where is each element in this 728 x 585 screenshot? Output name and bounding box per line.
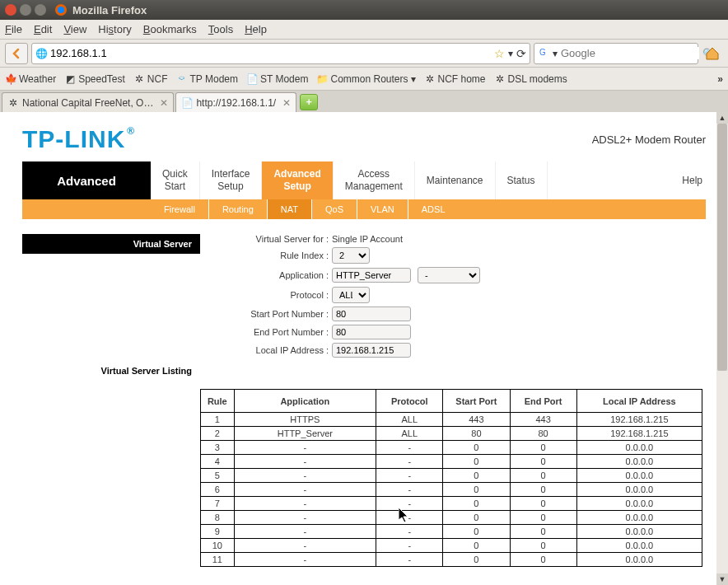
bookmark-ncf[interactable]: ✲NCF (133, 73, 168, 85)
select-application-preset[interactable]: - (418, 267, 480, 283)
select-rule-index[interactable]: 2 (332, 247, 370, 264)
menu-file[interactable]: File (5, 23, 22, 35)
main-tab-access[interactable]: AccessManagement (334, 161, 415, 199)
main-tab-advanced[interactable]: AdvancedSetup (262, 161, 333, 199)
new-tab-button[interactable]: + (300, 94, 318, 110)
bookmarks-overflow[interactable]: » (717, 73, 723, 85)
main-tab-maintenance[interactable]: Maintenance (415, 161, 496, 199)
firefox-icon (54, 3, 68, 16)
bookmarks-toolbar: 🍁Weather ◩SpeedTest ✲NCF ⌔TP Modem 📄ST M… (0, 68, 728, 91)
table-cell: 0 (443, 525, 510, 539)
window-minimize-button[interactable] (20, 4, 31, 16)
window-maximize-button[interactable] (35, 4, 46, 16)
label-start-port: Start Port Number : (208, 309, 332, 319)
sub-tab-nat[interactable]: NAT (268, 199, 312, 219)
table-cell: 0 (510, 539, 576, 553)
main-tab-help[interactable]: Help (670, 161, 706, 199)
table-cell: 2 (201, 427, 235, 441)
url-bar[interactable]: 🌐 ☆ ▾ ⟳ (31, 43, 530, 64)
table-cell: 1 (201, 413, 235, 427)
table-cell: 0 (443, 553, 510, 567)
search-dropdown-icon[interactable]: ▾ (553, 48, 558, 59)
folder-icon: 📁 (316, 73, 328, 85)
table-cell: 0 (443, 469, 510, 483)
menu-history[interactable]: History (98, 23, 131, 35)
menu-help[interactable]: Help (245, 23, 267, 35)
close-icon[interactable]: ✕ (160, 97, 168, 109)
home-button[interactable] (702, 43, 723, 64)
table-cell: 7 (201, 497, 235, 511)
scroll-thumb[interactable] (717, 124, 727, 371)
reload-icon[interactable]: ⟳ (516, 47, 526, 60)
close-icon[interactable]: ✕ (282, 97, 291, 109)
label-protocol: Protocol : (208, 290, 332, 300)
tab-router[interactable]: 📄 http://192.168.1.1/ ✕ (175, 92, 296, 112)
svg-point-1 (58, 7, 64, 13)
main-tab-quick[interactable]: QuickStart (151, 161, 200, 199)
input-start-port[interactable] (332, 307, 411, 321)
search-input[interactable] (561, 47, 699, 59)
label-local-ip: Local IP Address : (208, 345, 332, 355)
table-row: 7--000.0.0.0 (201, 497, 702, 511)
select-protocol[interactable]: ALL (332, 287, 370, 303)
sub-tab-firewall[interactable]: Firewall (151, 199, 209, 219)
window-titlebar[interactable]: Mozilla Firefox (0, 0, 728, 20)
main-tab-interface[interactable]: InterfaceSetup (200, 161, 263, 199)
input-local-ip[interactable] (332, 343, 411, 358)
dropdown-icon[interactable]: ▾ (508, 48, 513, 59)
value-vs-for: Single IP Account (332, 234, 403, 244)
table-cell: - (234, 441, 376, 455)
table-header: Rule (201, 390, 235, 413)
bookmark-weather[interactable]: 🍁Weather (5, 73, 56, 85)
input-end-port[interactable] (332, 325, 411, 339)
sub-tab-qos[interactable]: QoS (312, 199, 357, 219)
ncf-icon: ✲ (494, 73, 506, 85)
input-application[interactable] (332, 268, 411, 283)
speedtest-icon: ◩ (64, 73, 76, 85)
window-close-button[interactable] (5, 4, 16, 16)
menu-view[interactable]: View (63, 23, 86, 35)
label-vs-for: Virtual Server for : (208, 234, 332, 244)
bookmark-dslmodems[interactable]: ✲DSL modems (494, 73, 567, 85)
bookmark-speedtest[interactable]: ◩SpeedTest (64, 73, 125, 85)
table-cell: 0 (510, 553, 576, 567)
model-name: ADSL2+ Modem Router (592, 133, 706, 146)
table-cell: 0 (510, 483, 576, 497)
table-cell: - (376, 539, 443, 553)
bookmark-star-icon[interactable]: ☆ (494, 47, 505, 60)
bookmark-stmodem[interactable]: 📄ST Modem (246, 73, 308, 85)
leaf-icon: 🍁 (5, 73, 16, 85)
tab-label: National Capital FreeNet, O… (22, 97, 153, 109)
virtual-server-table: RuleApplicationProtocolStart PortEnd Por… (200, 389, 702, 567)
ncf-icon: ✲ (7, 97, 19, 109)
table-cell: 80 (443, 427, 510, 441)
menu-edit[interactable]: Edit (34, 23, 52, 35)
table-cell: 4 (201, 455, 235, 469)
scroll-down-button[interactable]: ▼ (716, 573, 728, 585)
back-button[interactable] (5, 43, 28, 64)
main-tab-status[interactable]: Status (496, 161, 548, 199)
table-cell: 0.0.0.0 (576, 455, 702, 469)
url-input[interactable] (50, 47, 491, 59)
table-header: Local IP Address (576, 390, 702, 413)
nav-advanced: Advanced (22, 161, 151, 199)
sub-tab-vlan[interactable]: VLAN (357, 199, 408, 219)
sub-tab-routing[interactable]: Routing (209, 199, 268, 219)
svg-text:G: G (539, 48, 546, 57)
table-cell: - (234, 497, 376, 511)
search-box[interactable]: G ▾ 🔍 (534, 43, 698, 64)
label-application: Application : (208, 270, 332, 280)
table-row: 3--000.0.0.0 (201, 441, 702, 455)
bookmark-tpmodem[interactable]: ⌔TP Modem (176, 73, 238, 85)
table-cell: 0 (510, 455, 576, 469)
bookmark-common-routers[interactable]: 📁Common Routers▾ (316, 73, 415, 85)
bookmark-ncfhome[interactable]: ✲NCF home (424, 73, 486, 85)
vertical-scrollbar[interactable]: ▲ ▼ (716, 112, 728, 585)
scroll-up-button[interactable]: ▲ (716, 112, 728, 124)
menu-tools[interactable]: Tools (208, 23, 233, 35)
tab-ncf[interactable]: ✲ National Capital FreeNet, O… ✕ (2, 92, 174, 112)
tab-strip: ✲ National Capital FreeNet, O… ✕ 📄 http:… (0, 91, 728, 112)
sub-tab-adsl[interactable]: ADSL (408, 199, 459, 219)
table-cell: 0 (443, 455, 510, 469)
menu-bookmarks[interactable]: Bookmarks (143, 23, 197, 35)
